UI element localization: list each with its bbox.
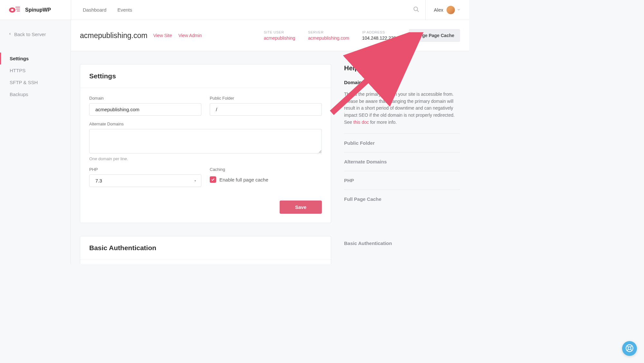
card-title: Basic Authentication [80,236,331,260]
meta-label: SITE USER [264,30,295,34]
sidemenu-backups[interactable]: Backups [0,88,71,100]
meta-server: SERVER acmepublishing.com [308,30,349,41]
top-nav: Dashboard Events [71,0,407,20]
chevron-left-icon [8,32,12,37]
user-name: Alex [434,7,443,13]
hint-doc-link[interactable]: this doc [353,120,369,125]
logo-text: SpinupWP [25,7,51,13]
caching-label: Caching [210,167,322,172]
sidemenu-https[interactable]: HTTPS [0,64,71,76]
php-select[interactable]: 7.3 [89,174,201,187]
site-links: View Site View Admin [153,33,207,38]
svg-rect-3 [17,11,20,11]
hint-public-folder[interactable]: Public Folder [344,133,460,152]
hint-domain-title: Domain [344,80,460,85]
meta-label: SERVER [308,30,349,34]
sidebar: Back to Server Settings HTTPS SFTP & SSH… [0,20,71,264]
hint-full-page-cache[interactable]: Full Page Cache [344,190,460,208]
search-button[interactable] [407,6,425,14]
caching-checkbox[interactable] [210,176,216,183]
view-site-link[interactable]: View Site [153,33,172,38]
alt-domains-textarea[interactable] [89,129,322,153]
save-button[interactable]: Save [280,201,322,214]
site-header: acmepublishing.com View Site View Admin … [71,20,469,51]
card-title: Settings [80,64,331,88]
site-title: acmepublishing.com [80,31,148,40]
php-label: PHP [89,167,201,172]
purge-cache-button[interactable]: Purge Page Cache [409,29,460,42]
meta-site-user: SITE USER acmepublishing [264,30,295,41]
basic-auth-card: Basic Authentication Enable basic authen… [80,236,331,264]
alt-domains-hint: One domain per line. [89,156,322,161]
svg-point-5 [414,7,418,11]
meta-ip: IP ADDRESS 104.248.122.228 [362,30,396,41]
caching-checkbox-label: Enable full page cache [219,177,268,182]
view-admin-link[interactable]: View Admin [178,33,202,38]
user-menu[interactable]: Alex [425,0,469,20]
hint-basic-auth[interactable]: Basic Authentication [344,234,460,252]
nav-dashboard[interactable]: Dashboard [83,7,106,13]
hint-domain-text: This is the primary domain your site is … [344,91,460,126]
hint-php[interactable]: PHP [344,171,460,190]
back-to-server[interactable]: Back to Server [0,32,71,37]
public-folder-input[interactable] [210,103,322,116]
sidemenu-settings[interactable]: Settings [0,53,71,64]
public-folder-label: Public Folder [210,96,322,101]
server-link[interactable]: acmepublishing.com [308,35,349,41]
side-menu: Settings HTTPS SFTP & SSH Backups [0,53,71,100]
hint-alt-domains[interactable]: Alternate Domains [344,152,460,171]
logo-icon [8,5,22,14]
topbar: SpinupWP Dashboard Events Alex [0,0,469,20]
sidemenu-sftp-ssh[interactable]: SFTP & SSH [0,76,71,88]
ip-value: 104.248.122.228 [362,35,396,41]
site-user-link[interactable]: acmepublishing [264,35,295,41]
settings-card: Settings Domain Public Folder [80,64,331,223]
meta-label: IP ADDRESS [362,30,396,34]
helpful-hints: Helpful Hints Domain This is the primary… [344,64,460,264]
top-right: Alex [407,0,469,20]
logo[interactable]: SpinupWP [0,5,71,14]
back-label: Back to Server [14,32,46,37]
hints-title: Helpful Hints [344,64,460,72]
alt-domains-label: Alternate Domains [89,122,322,126]
site-meta: SITE USER acmepublishing SERVER acmepubl… [264,29,460,42]
svg-rect-1 [15,7,20,7]
domain-input[interactable] [89,103,201,116]
avatar [447,6,455,14]
chevron-down-icon [457,7,461,13]
main-content: acmepublishing.com View Site View Admin … [71,20,469,264]
svg-line-6 [417,10,418,12]
nav-events[interactable]: Events [117,7,132,13]
svg-rect-2 [16,9,20,9]
svg-point-4 [11,9,14,11]
domain-label: Domain [89,96,201,101]
search-icon [413,6,419,14]
